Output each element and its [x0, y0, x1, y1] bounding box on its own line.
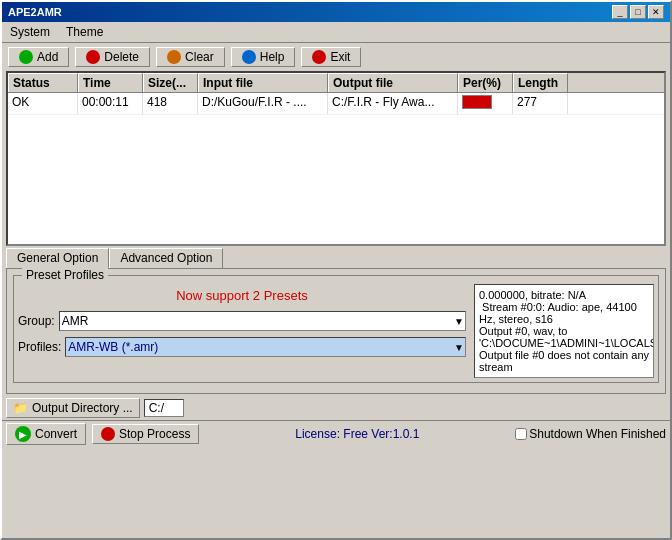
menu-bar: System Theme	[2, 22, 670, 43]
delete-icon	[86, 50, 100, 64]
maximize-button[interactable]: □	[630, 5, 646, 19]
preset-group-label: Preset Profiles	[22, 268, 108, 282]
menu-system[interactable]: System	[6, 24, 54, 40]
table-header: Status Time Size(... Input file Output f…	[8, 73, 664, 93]
header-input: Input file	[198, 73, 328, 92]
stop-icon	[101, 427, 115, 441]
cell-input: D:/KuGou/F.I.R - ....	[198, 93, 328, 114]
cell-time: 00:00:11	[78, 93, 143, 114]
header-time: Time	[78, 73, 143, 92]
preset-profiles-group: Preset Profiles Now support 2 Presets Gr…	[13, 275, 659, 383]
help-icon	[242, 50, 256, 64]
group-select[interactable]: AMR	[59, 311, 466, 331]
header-per: Per(%)	[458, 73, 513, 92]
profiles-field-row: Profiles: AMR-WB (*.amr) ▼	[18, 337, 466, 357]
header-status: Status	[8, 73, 78, 92]
minimize-button[interactable]: _	[612, 5, 628, 19]
license-text: License: Free Ver:1.0.1	[205, 427, 509, 441]
convert-icon: ▶	[15, 426, 31, 442]
preset-left: Now support 2 Presets Group: AMR ▼	[18, 284, 466, 378]
header-length: Length	[513, 73, 568, 92]
clear-icon	[167, 50, 181, 64]
shutdown-label[interactable]: Shutdown When Finished	[515, 427, 666, 441]
shutdown-checkbox[interactable]	[515, 428, 527, 440]
support-text: Now support 2 Presets	[18, 284, 466, 303]
folder-icon: 📁	[13, 401, 28, 415]
table-row[interactable]: OK 00:00:11 418 D:/KuGou/F.I.R - .... C:…	[8, 93, 664, 115]
exit-button[interactable]: Exit	[301, 47, 361, 67]
exit-icon	[312, 50, 326, 64]
bottom-bar: ▶ Convert Stop Process License: Free Ver…	[2, 420, 670, 447]
cell-size: 418	[143, 93, 198, 114]
cell-per	[458, 93, 513, 114]
title-bar-controls: _ □ ✕	[612, 5, 664, 19]
toolbar: Add Delete Clear Help Exit	[2, 43, 670, 71]
file-table: Status Time Size(... Input file Output f…	[6, 71, 666, 246]
table-body: OK 00:00:11 418 D:/KuGou/F.I.R - .... C:…	[8, 93, 664, 244]
group-field-row: Group: AMR ▼	[18, 311, 466, 331]
profiles-select-wrapper: AMR-WB (*.amr) ▼	[65, 337, 466, 357]
cell-status: OK	[8, 93, 78, 114]
profiles-select[interactable]: AMR-WB (*.amr)	[65, 337, 466, 357]
tab-bar: General Option Advanced Option	[6, 248, 666, 268]
tab-general[interactable]: General Option	[6, 248, 109, 268]
close-button[interactable]: ✕	[648, 5, 664, 19]
menu-theme[interactable]: Theme	[62, 24, 107, 40]
add-icon	[19, 50, 33, 64]
options-panel: General Option Advanced Option Preset Pr…	[6, 248, 666, 394]
group-select-wrapper: AMR ▼	[59, 311, 466, 331]
output-dir-bar: 📁 Output Directory ... C:/	[2, 396, 670, 420]
output-path: C:/	[144, 399, 184, 417]
main-window: APE2AMR _ □ ✕ System Theme Add Delete Cl…	[0, 0, 672, 540]
stop-button[interactable]: Stop Process	[92, 424, 199, 444]
preset-inner: Now support 2 Presets Group: AMR ▼	[18, 280, 654, 378]
delete-button[interactable]: Delete	[75, 47, 150, 67]
tab-advanced[interactable]: Advanced Option	[109, 248, 223, 268]
header-size: Size(...	[143, 73, 198, 92]
header-output: Output file	[328, 73, 458, 92]
cell-output: C:/F.I.R - Fly Awa...	[328, 93, 458, 114]
add-button[interactable]: Add	[8, 47, 69, 67]
help-button[interactable]: Help	[231, 47, 296, 67]
group-label: Group:	[18, 314, 55, 328]
cell-length: 277	[513, 93, 568, 114]
title-bar: APE2AMR _ □ ✕	[2, 2, 670, 22]
window-title: APE2AMR	[8, 6, 62, 18]
clear-button[interactable]: Clear	[156, 47, 225, 67]
convert-button[interactable]: ▶ Convert	[6, 423, 86, 445]
profiles-label: Profiles:	[18, 340, 61, 354]
log-output: 0.000000, bitrate: N/A Stream #0:0: Audi…	[474, 284, 654, 378]
output-dir-button[interactable]: 📁 Output Directory ...	[6, 398, 140, 418]
progress-bar	[462, 95, 492, 109]
tab-content: Preset Profiles Now support 2 Presets Gr…	[6, 268, 666, 394]
